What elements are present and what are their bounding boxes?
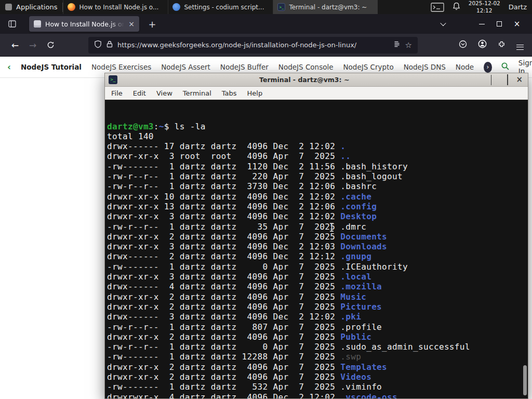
subnav-item-dns[interactable]: NodeJS DNS [404,63,446,71]
navigation-toolbar: ← → https://www.geeksforgeeks.org/node-j… [0,34,532,57]
terminal-title: Terminal - dartz@vm3: ~ [117,76,491,84]
tab-title: How to Install Node.js on [45,20,124,28]
applications-icon [5,4,12,10]
subnav-item-tutorial[interactable]: NodeJS Tutorial [21,63,82,71]
forward-button[interactable]: → [24,37,42,54]
taskbar-window-title: How to Install Node.js o... [79,4,158,11]
tracking-shield-icon[interactable] [94,40,102,50]
terminal-close-button[interactable]: × [516,76,523,84]
mouse-cursor [328,222,335,234]
tab-favicon [34,20,41,28]
subnav-item-buffer[interactable]: NodeJS Buffer [220,63,269,71]
taskbar-window-title: Settings - codium script... [184,4,264,11]
menu-view[interactable]: View [151,89,178,97]
desktop-panel: Applications How to Install Node.js o...… [0,0,532,14]
terminal-window: >_ Terminal - dartz@vm3: ~ × File Edit V… [104,73,528,399]
lock-icon[interactable] [107,41,113,49]
notification-bell-icon[interactable] [453,2,460,12]
site-search-icon[interactable] [501,62,510,72]
systray-display-icon[interactable] [431,3,444,12]
url-bar[interactable]: https://www.geeksforgeeks.org/node-js/in… [88,37,418,54]
tab-bar: How to Install Node.js on × + × [0,14,532,34]
url-text: https://www.geeksforgeeks.org/node-js/in… [117,41,389,49]
window-close-button[interactable]: × [508,14,526,34]
firefox-icon [68,3,75,11]
menu-edit[interactable]: Edit [128,89,151,97]
menu-tabs[interactable]: Tabs [217,89,242,97]
list-all-tabs-icon[interactable] [434,14,452,34]
firefox-view-icon[interactable] [6,17,20,31]
menu-hamburger-icon[interactable] [516,45,524,45]
reload-button[interactable] [42,37,59,54]
terminal-icon: >_ [277,3,285,11]
terminal-shade-button[interactable] [491,75,491,85]
browser-tab[interactable]: How to Install Node.js on × [29,16,139,32]
taskbar-window-settings[interactable]: Settings - codium script... [168,0,273,14]
subnav-scroll-left-icon[interactable]: ‹ [7,63,11,72]
terminal-titlebar-icon[interactable]: >_ [109,75,117,84]
taskbar-window-terminal[interactable]: >_ Terminal - dartz@vm3: ~ [273,0,378,14]
terminal-scrollbar-thumb[interactable] [523,365,527,395]
terminal-maximize-button[interactable] [507,75,508,85]
menu-file[interactable]: File [106,89,128,97]
subnav-item-exercises[interactable]: NodeJS Exercises [91,63,151,71]
terminal-menubar: File Edit View Terminal Tabs Help [105,87,528,100]
account-icon[interactable] [478,39,487,50]
terminal-titlebar[interactable]: >_ Terminal - dartz@vm3: ~ × [105,73,528,87]
clock-time: 12:12 [469,7,500,14]
tab-close-icon[interactable]: × [128,20,135,28]
subnav-scroll-right-icon[interactable]: › [484,62,492,73]
reader-mode-icon[interactable] [393,41,401,49]
terminal-output: dartz@vm3:~$ ls -latotal 140drwx------ 1… [107,122,528,398]
vscodium-icon [172,3,180,11]
taskbar-window-title: Terminal - dartz@vm3: ~ [289,4,367,11]
extensions-icon[interactable] [498,40,506,50]
subnav-item-assert[interactable]: NodeJS Assert [161,63,210,71]
bookmark-star-icon[interactable]: ☆ [405,41,412,50]
applications-label: Applications [16,3,57,11]
subnav-item-truncated[interactable]: Node [456,63,474,71]
subnav-item-console[interactable]: NodeJS Console [278,63,334,71]
subnav-item-crypto[interactable]: NodeJS Crypto [343,63,394,71]
menu-terminal[interactable]: Terminal [178,89,217,97]
menu-help[interactable]: Help [242,89,268,97]
taskbar-window-firefox[interactable]: How to Install Node.js o... [63,0,168,14]
pocket-icon[interactable] [459,40,467,50]
clock-date: 2025-12-02 [469,0,500,7]
window-minimize-button[interactable] [473,14,490,34]
user-menu[interactable]: Dartz [509,3,527,11]
new-tab-button[interactable]: + [145,17,159,31]
applications-menu[interactable]: Applications [0,0,62,14]
window-maximize-button[interactable] [490,14,508,34]
terminal-body[interactable]: dartz@vm3:~$ ls -latotal 140drwx------ 1… [105,100,528,398]
back-button[interactable]: ← [6,37,24,54]
panel-clock[interactable]: 2025-12-02 12:12 [469,0,500,14]
